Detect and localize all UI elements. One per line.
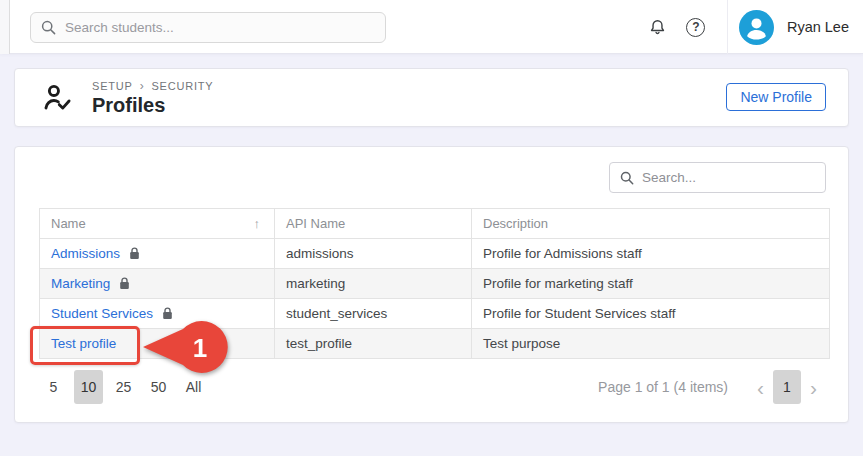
description-cell: Profile for marketing staff (472, 269, 830, 299)
description-cell: Profile for Student Services staff (472, 299, 830, 329)
column-header-description[interactable]: Description (472, 209, 830, 239)
page-size-10[interactable]: 10 (74, 370, 103, 404)
topbar-right: ? Ryan Lee (639, 0, 849, 54)
api-name-cell: marketing (275, 269, 472, 299)
global-search-input[interactable] (65, 20, 375, 35)
name-cell: Admissions (40, 239, 275, 269)
profile-link[interactable]: Marketing (51, 276, 110, 291)
profiles-panel: Name ↑ API Name Description Admissions (14, 146, 849, 423)
sidebar-edge (0, 0, 10, 54)
chevron-right-icon: › (140, 79, 145, 93)
page-size-selector: 5 10 25 50 All (39, 370, 208, 404)
sort-ascending-icon: ↑ (254, 216, 261, 231)
table-search-input[interactable] (642, 170, 815, 185)
name-cell: Test profile (40, 329, 275, 359)
lock-icon (162, 307, 173, 320)
profile-link-test-profile[interactable]: Test profile (51, 336, 116, 351)
topbar-divider (727, 0, 728, 54)
user-name: Ryan Lee (787, 19, 849, 35)
next-page-button[interactable]: › (801, 377, 826, 398)
breadcrumb-item-security[interactable]: SECURITY (151, 80, 213, 92)
help-icon: ? (686, 18, 705, 37)
avatar (739, 10, 774, 45)
page-number-button[interactable]: 1 (773, 370, 801, 404)
api-name-cell: student_services (275, 299, 472, 329)
column-header-name[interactable]: Name ↑ (40, 209, 275, 239)
table-row: Test profile test_profile Test purpose (40, 329, 830, 359)
page-title: Profiles (92, 94, 214, 117)
page-size-50[interactable]: 50 (144, 370, 173, 404)
api-name-cell: test_profile (275, 329, 472, 359)
column-label: Name (51, 216, 86, 231)
description-cell: Test purpose (472, 329, 830, 359)
pager-summary: Page 1 of 1 (4 items) (598, 379, 728, 395)
pager: 5 10 25 50 All Page 1 of 1 (4 items) ‹ 1… (39, 369, 826, 405)
help-button[interactable]: ? (677, 8, 715, 46)
page-header: SETUP › SECURITY Profiles New Profile (14, 68, 849, 127)
table-search (609, 162, 826, 193)
lock-icon (129, 247, 140, 260)
topbar: ? Ryan Lee (0, 0, 863, 54)
page-size-all[interactable]: All (179, 370, 208, 404)
table-row: Student Services student_services Profil… (40, 299, 830, 329)
search-icon (620, 171, 634, 185)
search-icon (41, 20, 56, 35)
profile-link[interactable]: Student Services (51, 306, 153, 321)
name-cell: Marketing (40, 269, 275, 299)
app-root: ? Ryan Lee (0, 0, 863, 456)
user-menu[interactable]: Ryan Lee (739, 10, 849, 45)
api-name-cell: admissions (275, 239, 472, 269)
profiles-icon (41, 81, 74, 114)
bell-icon (647, 17, 668, 38)
description-cell: Profile for Admissions staff (472, 239, 830, 269)
breadcrumb-item-setup[interactable]: SETUP (92, 80, 133, 92)
new-profile-button[interactable]: New Profile (726, 83, 826, 111)
profile-link[interactable]: Admissions (51, 246, 120, 261)
table-row: Admissions admissions Profile for Admiss… (40, 239, 830, 269)
page-header-text: SETUP › SECURITY Profiles (92, 79, 214, 117)
breadcrumb: SETUP › SECURITY (92, 79, 214, 93)
table-row: Marketing marketing Profile for marketin… (40, 269, 830, 299)
lock-icon (119, 277, 130, 290)
pager-navigation: Page 1 of 1 (4 items) ‹ 1 › (598, 370, 826, 404)
global-search (30, 12, 386, 43)
table-header-row: Name ↑ API Name Description (40, 209, 830, 239)
page-size-25[interactable]: 25 (109, 370, 138, 404)
notifications-button[interactable] (639, 8, 677, 46)
page-size-5[interactable]: 5 (39, 370, 68, 404)
profiles-table: Name ↑ API Name Description Admissions (39, 208, 830, 359)
name-cell: Student Services (40, 299, 275, 329)
column-header-api-name[interactable]: API Name (275, 209, 472, 239)
prev-page-button[interactable]: ‹ (748, 377, 773, 398)
